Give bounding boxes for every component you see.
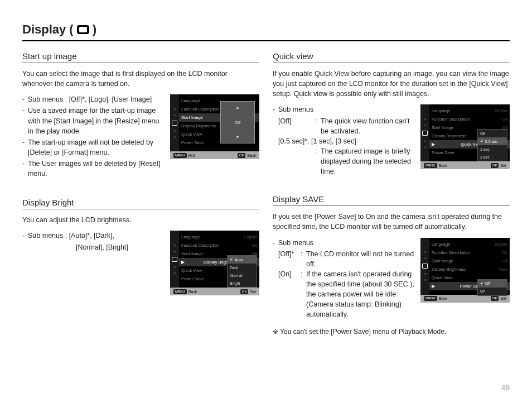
bright-b1-l2: [Normal], [Bright] <box>22 242 166 252</box>
submenu-bright: Bright <box>228 279 257 287</box>
screen-footer: MENUExit OKBack <box>170 151 259 159</box>
submenu-normal: Normal <box>228 271 257 279</box>
bright-intro: You can adjust the LCD brightness. <box>22 215 259 225</box>
title-suffix: ) <box>93 22 96 37</box>
section-title-startup: Start up image <box>22 51 259 63</box>
arrow-down-icon: ▼ <box>235 135 240 140</box>
svg-rect-1 <box>79 27 87 32</box>
bright-bullets: -Sub menus : [Auto]*, [Dark], [Normal], … <box>22 231 166 252</box>
check-icon: ✔ <box>480 139 483 143</box>
monitor-icon <box>172 257 177 262</box>
arrow-up-icon: ▲ <box>235 105 240 110</box>
right-column: Quick view If you enable Quick View befo… <box>273 49 510 336</box>
page-number: 49 <box>501 383 510 392</box>
popup-off: ▲ Off ▼ <box>220 101 255 143</box>
monitor-icon <box>422 264 428 269</box>
display-icon <box>76 25 90 35</box>
submenu-q-off: Off <box>478 130 507 137</box>
submenu-s-off: ✔Off <box>478 280 507 288</box>
save-bullets: -Sub menus [Off]* : The LCD monitor will… <box>273 238 416 320</box>
footer-exit: Exit <box>188 154 195 157</box>
submenu-q-1: 1 sec <box>478 145 507 153</box>
ok-key: OK <box>238 153 246 158</box>
submenu-save: ✔Off On <box>477 279 507 296</box>
bright-body: -Sub menus : [Auto]*, [Dark], [Normal], … <box>22 231 259 295</box>
submenu-quick: Off ✔0.5 sec 1 sec 3 sec <box>477 129 507 161</box>
footer-back: Back <box>247 154 256 157</box>
save-on-desc: If the camera isn't operated during the … <box>306 269 416 320</box>
section-title-quick: Quick view <box>273 51 510 63</box>
startup-b1: Sub menus : [Off]*, [Logo], [User Image] <box>28 94 152 104</box>
submenu-s-on: On <box>478 288 507 295</box>
submenu-q-05: ✔0.5 sec <box>478 137 507 145</box>
check-icon: ✔ <box>480 281 483 286</box>
content-columns: Start up image You can select the image … <box>22 49 510 336</box>
quick-opts-desc: The captured image is briefly displayed … <box>321 146 416 176</box>
section-title-save: Display SAVE <box>273 194 510 206</box>
title-prefix: Display ( <box>22 22 74 37</box>
left-column: Start up image You can select the image … <box>22 49 259 336</box>
save-off-desc: The LCD monitor will not be turned off. <box>306 249 416 269</box>
quick-opts-label: [0.5 sec]*, [1 sec], [3 sec] <box>278 136 416 146</box>
save-body: -Sub menus [Off]* : The LCD monitor will… <box>273 238 510 320</box>
camera-screen-bright: LanguageEnglish Function DescriptionOn S… <box>170 231 259 295</box>
submenu-dark: Dark <box>228 264 257 271</box>
quick-body: -Sub menus [Off] : The quick view functi… <box>273 104 510 176</box>
quick-bullets: -Sub menus [Off] : The quick view functi… <box>273 104 416 176</box>
quick-off-desc: The quick view function can't be activat… <box>321 116 416 136</box>
save-on-label: [On] <box>278 269 301 320</box>
screen-sidebar <box>170 94 179 151</box>
monitor-icon <box>172 121 177 126</box>
quick-off-label: [Off] <box>278 116 315 136</box>
page-title: Display ( ) <box>22 22 510 41</box>
submenu-q-3: 3 sec <box>478 153 507 161</box>
camera-screen-startup: Language Function Description Start Imag… <box>170 94 259 159</box>
startup-b4: The User images will be deleted by [Rese… <box>28 159 166 179</box>
save-footnote: ※ You can't set the [Power Save] menu of… <box>273 328 510 336</box>
startup-b3: The start-up image will not be deleted b… <box>28 137 166 157</box>
save-intro: If you set the [Power Save] to On and th… <box>273 212 510 232</box>
camera-screen-save: LanguageEnglish Function DescriptionOn S… <box>420 238 510 303</box>
monitor-icon <box>422 131 428 136</box>
quick-intro: If you enable Quick View before capturin… <box>273 69 510 99</box>
bright-b1: Sub menus : [Auto]*, [Dark], <box>28 231 114 241</box>
submenu-bright: ✔Auto Dark Normal Bright <box>227 255 257 288</box>
startup-bullets: -Sub menus : [Off]*, [Logo], [User Image… <box>22 94 166 180</box>
camera-screen-quick: LanguageEnglish Function DescriptionOn S… <box>420 104 510 169</box>
save-off-label: [Off]* <box>278 249 301 269</box>
check-icon: ✔ <box>230 257 233 262</box>
menu-key: MENU <box>173 153 187 158</box>
submenu-auto: ✔Auto <box>228 256 257 264</box>
section-title-bright: Display Bright <box>22 198 259 209</box>
popup-value: Off <box>235 120 241 125</box>
startup-intro: You can select the image that is first d… <box>22 69 259 89</box>
menu-list: Language Function Description Start Imag… <box>179 94 259 151</box>
save-sub-label: Sub menus <box>278 238 313 248</box>
startup-body: -Sub menus : [Off]*, [Logo], [User Image… <box>22 94 259 180</box>
quick-sub-label: Sub menus <box>278 104 313 114</box>
startup-b2: Use a saved image for the start-up image… <box>28 106 166 136</box>
